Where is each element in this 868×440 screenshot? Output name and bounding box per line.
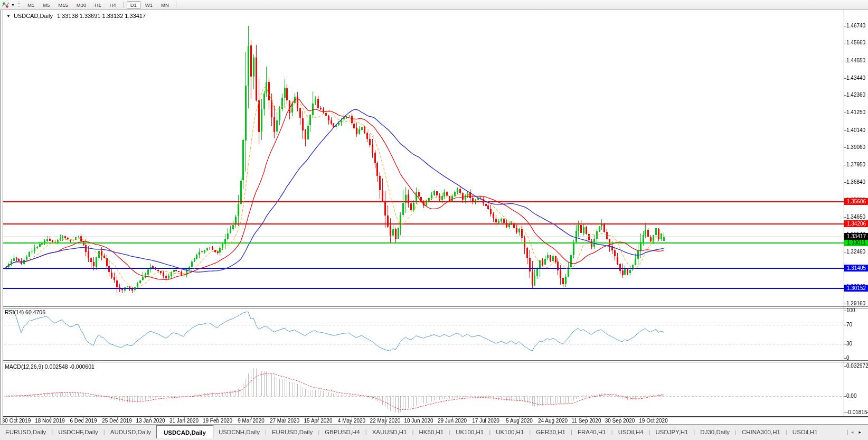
rsi-axis-label: 0 [846,355,850,361]
date-axis-label: 15 Apr 2020 [304,418,333,424]
rsi-indicator-label: RSI(14) 60.4706 [5,309,45,315]
toolbar-grip[interactable] [18,2,20,8]
chart-ohlc-values: 1.33138 1.33691 1.33132 1.33417 [57,13,146,19]
chart-tab-uk100-h1-9[interactable]: UK100,H1 [450,425,489,439]
price-axis-label: 1.40140 [846,127,865,133]
window-left-border [0,10,3,424]
chart-tab-usoil-h1-17[interactable]: USOil,H1 [787,425,823,439]
chart-tab-usdcad-daily-3[interactable]: USDCAD,Daily [156,425,213,439]
date-axis-label: 27 Mar 2020 [270,418,299,424]
date-axis-label: 10 Jun 2020 [404,418,433,424]
chart-tab-eurusd-daily-0[interactable]: EURUSD,Daily [0,425,51,439]
chart-tab-eurusd-daily-5[interactable]: EURUSD,Daily [267,425,318,439]
trading-terminal-window: { "toolbar": { "indicator_icon": "indica… [0,0,868,440]
timeframe-button-h1[interactable]: H1 [91,1,105,9]
timeframe-button-mn[interactable]: MN [157,1,173,9]
price-axis-label: 1.43440 [846,75,865,81]
chart-tab-dj30-daily-15[interactable]: DJ30,Daily [695,425,735,439]
date-axis-label: 30 Sep 2020 [605,418,635,424]
timeframe-button-w1[interactable]: W1 [141,1,156,9]
chart-tab-ger30-h1-11[interactable]: GER30,H1 [531,425,571,439]
chart-tab-gbpusd-h4-6[interactable]: GBPUSD,H4 [319,425,365,439]
chart-canvas[interactable] [0,0,868,440]
price-axis-label: 1.37950 [846,162,865,167]
chart-tab-bar: EURUSD,Daily|USDCHF,Daily|AUDUSD,DailyUS… [0,424,868,439]
date-axis-label: 19 Feb 2020 [203,418,232,424]
date-axis-label: 4 May 2020 [338,418,365,424]
indicators-icon[interactable] [2,2,10,8]
macd-axis-label: 0.032972 [846,363,868,369]
toolbar-separator [176,2,176,8]
macd-axis-label: 0.00 [846,393,856,399]
hline-price-badge[interactable]: 1.34206 [844,220,868,227]
price-axis-label: 1.32460 [846,249,865,255]
tab-scroll-left-icon[interactable]: ◂ [848,429,856,435]
date-axis-label: 6 Dec 2019 [70,418,97,424]
price-axis-label: 1.44550 [846,58,865,63]
timeframe-button-m15[interactable]: M15 [54,1,71,9]
timeframe-toolbar: ▼ M1M5M15M30H1H4D1W1MN [0,0,868,10]
date-axis-label: 18 Nov 2019 [35,418,65,424]
date-axis-label: 31 Jan 2020 [169,418,199,424]
hline-price-badge[interactable]: 1.30152 [844,285,868,292]
timeframe-button-d1[interactable]: D1 [127,1,140,9]
chart-tab-china300-h1-16[interactable]: CHINA300,H1 [737,425,786,439]
chart-tab-usdjpy-h1-14[interactable]: USDJPY,H1 [650,425,694,439]
date-axis-label: 30 Oct 2019 [2,418,31,424]
macd-indicator-label: MACD(12,26,9) 0.002548 -0.000601 [5,363,95,370]
price-axis-label: 1.42360 [846,92,865,98]
hline-price-badge[interactable]: 1.35606 [844,198,868,205]
chart-tab-uk100-h1-10[interactable]: UK100,H1 [490,425,529,439]
hline-price-badge[interactable]: 1.33011 [844,239,868,246]
tab-scroll-right-icon[interactable]: ▸ [856,429,864,435]
price-axis-label: 1.39060 [846,144,865,150]
chart-title: ▼ USDCAD,Daily 1.33138 1.33691 1.33132 1… [6,13,146,19]
chart-symbol-label: USDCAD,Daily [14,13,53,19]
toolbar-separator [123,2,124,8]
chart-tab-fra40-h1-12[interactable]: FRA40,H1 [572,425,611,439]
date-axis-label: 29 Jun 2020 [438,418,467,424]
timeframe-button-h4[interactable]: H4 [106,1,119,9]
timeframe-button-m30[interactable]: M30 [73,1,90,9]
chart-tab-xauusd-h1-7[interactable]: XAUUSD,H1 [367,425,412,439]
chart-tab-usdchf-daily-1[interactable]: USDCHF,Daily [53,425,103,439]
date-axis-label: 5 Aug 2020 [506,418,533,424]
chart-tab-audusd-daily-2[interactable]: AUDUSD,Daily [105,425,156,439]
timeframe-button-m1[interactable]: M1 [24,1,38,9]
date-axis-label: 19 Oct 2020 [639,418,667,424]
date-axis-label: 25 Dec 2019 [102,418,132,424]
price-axis-label: 1.29160 [846,301,865,306]
price-axis-label: 1.45660 [846,40,865,45]
date-axis-label: 24 Aug 2020 [538,418,568,424]
chart-tabs: EURUSD,Daily|USDCHF,Daily|AUDUSD,DailyUS… [0,425,823,439]
chart-title-caret[interactable]: ▼ [6,14,11,18]
date-axis-label: 22 May 2020 [370,418,401,424]
price-axis-label: 1.34650 [846,214,865,220]
date-axis-label: 9 Mar 2020 [238,418,265,424]
current-price-badge: 1.33417 [844,233,868,240]
timeframe-buttons-group: M1M5M15M30H1H4D1W1MN [23,1,179,9]
chart-tab-usdcnh-daily-4[interactable]: USDCNH,Daily [213,425,265,439]
date-axis-label: 11 Sep 2020 [572,418,601,424]
macd-axis-label: -0.018154 [846,409,868,415]
chart-tab-hk50-h1-8[interactable]: HK50,H1 [414,425,449,439]
rsi-axis-label: 30 [846,341,852,347]
hline-price-badge[interactable]: 1.31405 [844,265,868,272]
chart-tab-usoil-h4-13[interactable]: USOil,H4 [613,425,649,439]
rsi-axis-label: 100 [846,307,855,313]
date-axis-label: 13 Jan 2020 [136,418,165,424]
timeframe-button-m5[interactable]: M5 [39,1,53,9]
date-axis-label: 17 Jul 2020 [472,418,499,424]
indicators-dropdown-caret[interactable]: ▼ [11,3,15,7]
rsi-axis-label: 70 [846,322,852,327]
price-axis-label: 1.36840 [846,179,865,185]
price-axis-label: 1.46740 [846,23,865,29]
price-axis-label: 1.41250 [846,109,865,115]
tab-scroll-arrows: | ◂ ▸ [847,425,868,439]
